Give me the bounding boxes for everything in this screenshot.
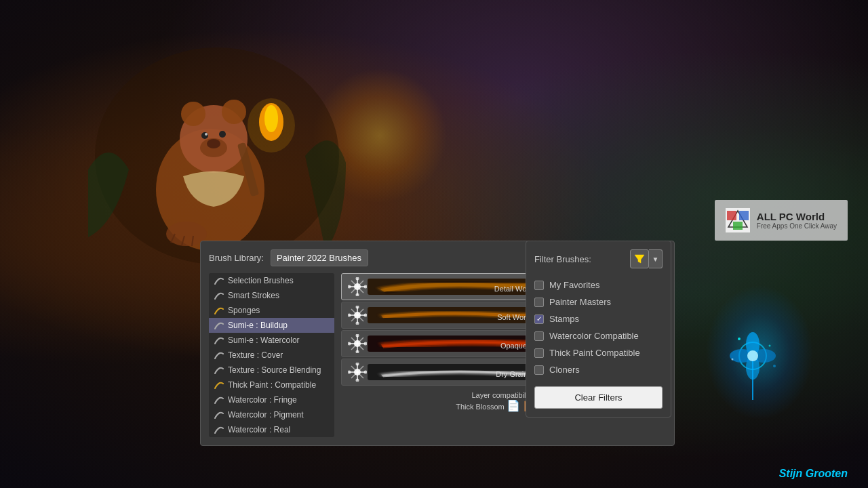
filter-dropdown-arrow-icon: ▼	[652, 256, 659, 263]
brush-list-item[interactable]: Sumi-e : Buildup	[209, 318, 334, 333]
clear-filters-button[interactable]: Clear Filters	[534, 386, 663, 409]
brush-list-item[interactable]: Texture : Source Blending	[209, 363, 334, 378]
svg-rect-31	[727, 211, 736, 220]
filter-checkbox[interactable]	[534, 314, 544, 324]
brush-library-select[interactable]: Painter 2022 Brushes	[271, 249, 368, 266]
watermark-title: ALL PC World	[757, 211, 837, 222]
filter-funnel-button[interactable]	[630, 249, 649, 268]
filter-dropdown-button[interactable]: ▼	[649, 249, 663, 268]
filter-checkbox[interactable]	[534, 281, 544, 290]
svg-point-9	[207, 139, 220, 148]
svg-point-7	[205, 133, 208, 136]
filter-panel: Filter Brushes: ▼ My FavoritesPainter Ma…	[526, 241, 671, 418]
brush-list-item-label: Thick Paint : Compatible	[228, 380, 316, 390]
svg-point-67	[356, 379, 359, 382]
svg-point-68	[348, 371, 351, 374]
watermark-text: ALL PC World Free Apps One Click Away	[757, 211, 837, 230]
brush-list-item[interactable]: Sponges	[209, 303, 334, 318]
brush-list-item-label: Smart Strokes	[228, 291, 279, 300]
brush-list-item-label: Watercolor : Real	[228, 425, 290, 434]
brush-list-item-label: Sumi-e : Watercolor	[228, 336, 300, 345]
filter-header: Filter Brushes: ▼	[534, 249, 663, 268]
brush-library-label: Brush Library:	[209, 253, 264, 263]
filter-option-label: Thick Paint Compatible	[549, 348, 640, 358]
brush-list-panel: Selection BrushesSmart StrokesSpongesSum…	[209, 273, 334, 437]
svg-point-40	[356, 293, 359, 297]
svg-point-6	[219, 131, 226, 138]
brush-list-item-label: Sponges	[228, 306, 260, 315]
filter-checkbox[interactable]	[534, 298, 544, 307]
brush-list-item-label: Watercolor : Fringe	[228, 395, 297, 405]
svg-point-24	[747, 350, 758, 361]
brush-preview-stamp-icon	[347, 277, 368, 297]
brush-list-item-icon	[214, 425, 224, 434]
filter-btn-group: ▼	[630, 249, 663, 268]
svg-point-58	[356, 350, 359, 354]
filter-option-label: Watercolor Compatible	[549, 331, 639, 341]
svg-point-26	[769, 345, 771, 347]
svg-point-5	[201, 132, 208, 139]
layer-icon-1: 📄	[507, 399, 520, 412]
filter-checkbox[interactable]	[534, 365, 544, 375]
svg-rect-32	[739, 211, 749, 220]
filter-option[interactable]: Thick Paint Compatible	[534, 344, 663, 361]
svg-rect-33	[733, 222, 743, 230]
blue-flower	[726, 319, 780, 386]
svg-point-49	[356, 322, 359, 325]
filter-option[interactable]: My Favorites	[534, 277, 663, 293]
brush-list-item-icon	[214, 365, 224, 375]
svg-point-27	[732, 359, 734, 361]
watermark-logo-icon	[726, 208, 750, 232]
svg-marker-70	[635, 255, 644, 263]
brush-list-item-icon	[214, 306, 224, 315]
filter-option[interactable]: Stamps	[534, 310, 663, 327]
brush-list-item-label: Texture : Cover	[228, 350, 283, 360]
filter-option[interactable]: Painter Masters	[534, 293, 663, 310]
svg-point-48	[356, 306, 359, 309]
brush-list-item-icon	[214, 350, 224, 360]
filter-option-label: Cloners	[549, 365, 580, 375]
filter-option-label: My Favorites	[549, 280, 599, 290]
brush-list-item-label: Texture : Source Blending	[228, 365, 321, 375]
svg-point-41	[348, 285, 351, 289]
svg-point-69	[364, 371, 368, 374]
brush-list-item[interactable]: Sumi-e : Watercolor	[209, 333, 334, 348]
brush-list-item[interactable]: Watercolor : Real	[209, 422, 334, 437]
filter-options-list: My FavoritesPainter MastersStampsWaterco…	[534, 277, 663, 378]
watermark-subtitle: Free Apps One Click Away	[757, 222, 837, 230]
watermark-badge: ALL PC World Free Apps One Click Away	[715, 200, 848, 241]
filter-option[interactable]: Watercolor Compatible	[534, 327, 663, 344]
brush-list-item[interactable]: Selection Brushes	[209, 273, 334, 288]
brush-list-item-label: Sumi-e : Buildup	[228, 321, 288, 330]
brush-list-item[interactable]: Texture : Cover	[209, 348, 334, 363]
svg-point-28	[773, 365, 776, 367]
svg-point-50	[348, 314, 351, 317]
filter-checkbox[interactable]	[534, 331, 544, 341]
svg-point-60	[364, 342, 368, 346]
brush-list-item[interactable]: Thick Paint : Compatible	[209, 378, 334, 392]
brush-preview-label: Opaque	[500, 342, 527, 350]
filter-option-label: Stamps	[549, 314, 579, 324]
svg-point-39	[356, 277, 359, 281]
layer-compat-value: Thick Blossom	[456, 403, 505, 411]
brush-list-item[interactable]: Watercolor : Fringe	[209, 392, 334, 407]
brush-list-item[interactable]: Smart Strokes	[209, 288, 334, 303]
filter-option[interactable]: Cloners	[534, 361, 663, 378]
svg-point-51	[364, 314, 368, 317]
svg-point-57	[356, 334, 359, 338]
filter-label: Filter Brushes:	[534, 254, 591, 264]
svg-point-4	[222, 100, 246, 124]
brush-list-item-icon	[214, 276, 224, 285]
brush-list-item[interactable]: Watercolor : Pigment	[209, 407, 334, 422]
filter-checkbox[interactable]	[534, 348, 544, 358]
funnel-icon	[634, 253, 645, 264]
brush-list-item-icon	[214, 321, 224, 330]
character-artwork	[88, 34, 346, 271]
svg-point-42	[364, 285, 368, 289]
brush-preview-stamp-icon	[347, 362, 368, 382]
brush-list-item-icon	[214, 410, 224, 420]
filter-option-label: Painter Masters	[549, 297, 611, 307]
svg-point-3	[181, 102, 205, 126]
svg-point-59	[348, 342, 351, 346]
brush-preview-stamp-icon	[347, 333, 368, 354]
